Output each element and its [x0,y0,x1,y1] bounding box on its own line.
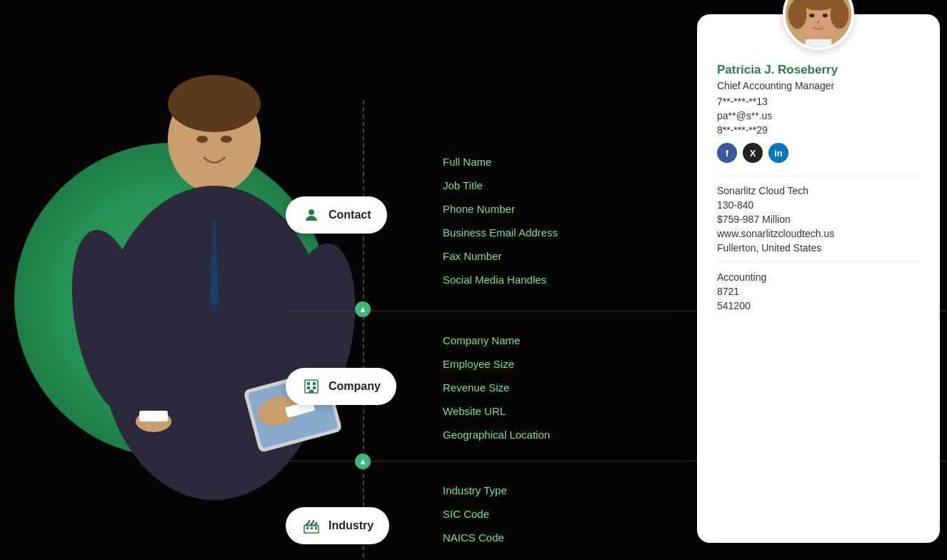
profile-sic: 8721 [717,286,920,297]
industry-badge-label: Industry [329,519,374,532]
svg-point-40 [816,21,821,24]
svg-point-9 [221,136,232,143]
facebook-icon[interactable]: f [717,143,737,163]
svg-rect-21 [313,386,316,389]
profile-location: Fullerton, United States [717,242,920,254]
svg-rect-30 [309,520,310,523]
svg-point-38 [809,14,814,18]
profile-card: Patricia J. Roseberry Chief Accounting M… [697,14,940,543]
profile-name: Patricia J. Roseberry [717,63,920,77]
svg-point-16 [309,209,314,215]
svg-rect-29 [315,527,317,529]
factory-icon [301,516,321,536]
svg-rect-31 [313,520,314,523]
building-icon [301,376,321,396]
field-full-name: Full Name [443,150,558,174]
svg-point-39 [823,14,828,18]
svg-rect-22 [309,390,314,393]
company-fields: Company Name Employee Size Revenue Size … [443,329,550,446]
svg-rect-19 [313,382,316,385]
field-geo: Geographical Location [443,423,550,446]
field-website: Website URL [443,399,550,423]
contact-badge-label: Contact [329,209,371,221]
info-center: ▲ ▲ Contact Full Name Job Title Phone Nu… [286,57,714,560]
profile-revenue: $759-987 Million [717,214,920,225]
field-industry-type: Industry Type [443,479,507,502]
field-fax: Fax Number [443,244,558,268]
industry-fields: Industry Type SIC Code NAICS Code [443,479,507,549]
profile-employees: 130-840 [717,199,920,211]
company-badge[interactable]: Company [286,368,396,405]
contact-badge[interactable]: Contact [286,196,387,234]
svg-rect-27 [306,527,309,529]
person-icon [301,205,321,225]
arrow-contact: ▲ [355,301,371,317]
svg-rect-18 [307,382,310,385]
svg-point-37 [831,0,849,29]
industry-badge[interactable]: Industry [286,507,389,544]
field-sic: SIC Code [443,502,507,526]
contact-fields: Full Name Job Title Phone Number Busines… [443,150,558,291]
profile-company: Sonarlitz Cloud Tech [717,185,920,196]
profile-email: pa**@s**.us [717,110,920,121]
profile-industry: Accounting [717,271,920,283]
svg-point-8 [196,136,208,143]
field-company-name: Company Name [443,329,550,352]
profile-naics: 541200 [717,300,920,311]
field-social: Social Media Handles [443,268,558,291]
divider-2 [717,262,920,263]
dashed-vertical-line [363,100,364,557]
profile-job-title: Chief Accounting Manager [717,80,920,91]
field-phone: Phone Number [443,197,558,221]
linkedin-icon[interactable]: in [768,143,788,163]
arrow-company: ▲ [355,454,371,469]
svg-rect-41 [806,39,832,47]
svg-rect-20 [307,386,310,389]
divider-1 [717,176,920,176]
profile-fax: 8**-***-**29 [717,124,920,136]
profile-avatar [783,0,854,50]
svg-rect-14 [139,411,168,421]
twitter-x-icon[interactable]: X [743,143,763,163]
field-revenue: Revenue Size [443,376,550,399]
social-icons-group: f X in [717,143,920,163]
field-job-title: Job Title [443,174,558,197]
field-employee-size: Employee Size [443,352,550,376]
company-badge-label: Company [329,380,381,393]
profile-phone: 7**-***-**13 [717,96,920,107]
svg-marker-24 [304,521,309,526]
field-naics: NAICS Code [443,526,507,549]
svg-rect-28 [311,527,313,529]
svg-point-1 [168,75,261,132]
field-email: Business Email Address [443,221,558,244]
svg-point-36 [788,0,807,29]
profile-website: www.sonarlitzcloudtech.us [717,228,920,239]
